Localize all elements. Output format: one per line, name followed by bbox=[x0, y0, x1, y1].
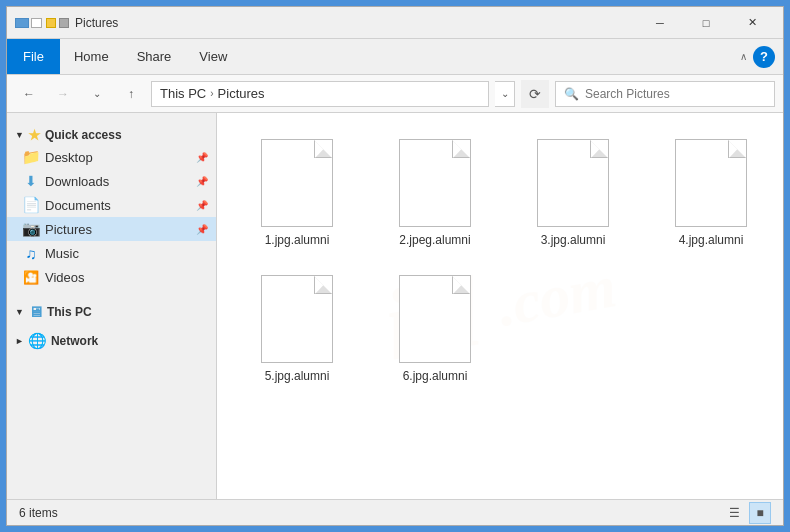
file-label: 6.jpg.alumni bbox=[403, 369, 468, 383]
search-box[interactable]: 🔍 bbox=[555, 81, 775, 107]
file-grid: 1.jpg.alumni 2.jpeg.alumni 3.jpg.alumni bbox=[233, 129, 767, 393]
title-bar-controls: ─ □ ✕ bbox=[637, 7, 775, 39]
close-button[interactable]: ✕ bbox=[729, 7, 775, 39]
path-arrow-1: › bbox=[210, 88, 213, 99]
network-label: Network bbox=[51, 334, 98, 348]
file-body bbox=[399, 139, 471, 227]
list-view-button[interactable]: ☰ bbox=[723, 502, 745, 524]
help-button[interactable]: ? bbox=[753, 46, 775, 68]
quick-access-label: Quick access bbox=[45, 128, 122, 142]
menu-view[interactable]: View bbox=[185, 39, 241, 74]
explorer-window: Pictures ─ □ ✕ File Home Share View ∧ ? … bbox=[6, 6, 784, 526]
file-item[interactable]: 6.jpg.alumni bbox=[371, 265, 499, 393]
sidebar-item-pictures[interactable]: 📷 Pictures 📌 bbox=[7, 217, 216, 241]
file-body bbox=[537, 139, 609, 227]
network-header[interactable]: ► 🌐 Network bbox=[7, 326, 216, 352]
sidebar-item-downloads-label: Downloads bbox=[45, 174, 109, 189]
sidebar-item-pictures-label: Pictures bbox=[45, 222, 92, 237]
path-pictures: Pictures bbox=[218, 86, 265, 101]
chevron-icon: ▼ bbox=[15, 130, 24, 140]
pin-icon-desktop: 📌 bbox=[196, 152, 208, 163]
refresh-button[interactable]: ⟳ bbox=[521, 80, 549, 108]
window-icon-2 bbox=[31, 18, 42, 28]
address-dropdown-button[interactable]: ⌄ bbox=[495, 81, 515, 107]
sidebar-item-documents[interactable]: 📄 Documents 📌 bbox=[7, 193, 216, 217]
file-item[interactable]: 2.jpeg.alumni bbox=[371, 129, 499, 257]
sidebar-item-music[interactable]: ♫ Music bbox=[7, 241, 216, 265]
downloads-icon: ⬇ bbox=[23, 173, 39, 189]
file-item[interactable]: 4.jpg.alumni bbox=[647, 129, 775, 257]
title-bar: Pictures ─ □ ✕ bbox=[7, 7, 783, 39]
sidebar-item-music-label: Music bbox=[45, 246, 79, 261]
file-item[interactable]: 5.jpg.alumni bbox=[233, 265, 361, 393]
videos-icon: 🎦 bbox=[23, 269, 39, 285]
icon-view-button[interactable]: ■ bbox=[749, 502, 771, 524]
sidebar: ▼ ★ Quick access 📁 Desktop 📌 ⬇ Downloads… bbox=[7, 113, 217, 499]
network-icon: 🌐 bbox=[28, 332, 47, 350]
pin-icon-pictures: 📌 bbox=[196, 224, 208, 235]
address-path[interactable]: This PC › Pictures bbox=[151, 81, 489, 107]
address-bar: ← → ⌄ ↑ This PC › Pictures ⌄ ⟳ 🔍 bbox=[7, 75, 783, 113]
title-bar-icon bbox=[15, 18, 69, 28]
menu-bar: File Home Share View ∧ ? bbox=[7, 39, 783, 75]
file-body bbox=[261, 139, 333, 227]
file-fold bbox=[452, 140, 470, 158]
menu-bar-right: ∧ ? bbox=[740, 39, 783, 74]
file-doc-icon bbox=[399, 139, 471, 227]
forward-button[interactable]: → bbox=[49, 80, 77, 108]
menu-home[interactable]: Home bbox=[60, 39, 123, 74]
menu-share[interactable]: Share bbox=[123, 39, 186, 74]
sidebar-item-videos-label: Videos bbox=[45, 270, 85, 285]
pin-icon-downloads: 📌 bbox=[196, 176, 208, 187]
maximize-button[interactable]: □ bbox=[683, 7, 729, 39]
window-title: Pictures bbox=[75, 16, 637, 30]
file-item[interactable]: 1.jpg.alumni bbox=[233, 129, 361, 257]
menu-file[interactable]: File bbox=[7, 39, 60, 74]
minimize-button[interactable]: ─ bbox=[637, 7, 683, 39]
file-doc-icon bbox=[537, 139, 609, 227]
file-doc-icon bbox=[261, 275, 333, 363]
desktop-folder-icon: 📁 bbox=[23, 149, 39, 165]
file-body bbox=[399, 275, 471, 363]
file-doc-icon bbox=[399, 275, 471, 363]
file-item[interactable]: 3.jpg.alumni bbox=[509, 129, 637, 257]
network-chevron-icon: ► bbox=[15, 336, 24, 346]
file-body bbox=[675, 139, 747, 227]
pin-icon-documents: 📌 bbox=[196, 200, 208, 211]
thispc-label: This PC bbox=[47, 305, 92, 319]
file-label: 2.jpeg.alumni bbox=[399, 233, 470, 247]
music-icon: ♫ bbox=[23, 245, 39, 261]
file-fold bbox=[452, 276, 470, 294]
file-fold bbox=[314, 140, 332, 158]
window-icon-4 bbox=[59, 18, 69, 28]
sidebar-item-desktop[interactable]: 📁 Desktop 📌 bbox=[7, 145, 216, 169]
file-body bbox=[261, 275, 333, 363]
star-icon: ★ bbox=[28, 127, 41, 143]
recent-locations-button[interactable]: ⌄ bbox=[83, 80, 111, 108]
file-area: isl .com 1.jpg.alumni 2.jpeg.alumni bbox=[217, 113, 783, 499]
item-count: 6 items bbox=[19, 506, 58, 520]
sidebar-item-documents-label: Documents bbox=[45, 198, 111, 213]
up-button[interactable]: ↑ bbox=[117, 80, 145, 108]
file-label: 5.jpg.alumni bbox=[265, 369, 330, 383]
search-input[interactable] bbox=[585, 87, 766, 101]
documents-icon: 📄 bbox=[23, 197, 39, 213]
view-toggle: ☰ ■ bbox=[723, 502, 771, 524]
file-label: 1.jpg.alumni bbox=[265, 233, 330, 247]
quick-access-header[interactable]: ▼ ★ Quick access bbox=[7, 121, 216, 145]
collapse-ribbon-icon[interactable]: ∧ bbox=[740, 51, 747, 62]
window-icon-1 bbox=[15, 18, 29, 28]
sidebar-item-downloads[interactable]: ⬇ Downloads 📌 bbox=[7, 169, 216, 193]
window-icon-3 bbox=[46, 18, 56, 28]
thispc-header[interactable]: ▼ 🖥 This PC bbox=[7, 297, 216, 322]
file-doc-icon bbox=[675, 139, 747, 227]
search-icon: 🔍 bbox=[564, 87, 579, 101]
sidebar-item-videos[interactable]: 🎦 Videos bbox=[7, 265, 216, 289]
pictures-icon: 📷 bbox=[23, 221, 39, 237]
sidebar-item-desktop-label: Desktop bbox=[45, 150, 93, 165]
status-bar: 6 items ☰ ■ bbox=[7, 499, 783, 525]
back-button[interactable]: ← bbox=[15, 80, 43, 108]
file-doc-icon bbox=[261, 139, 333, 227]
file-label: 3.jpg.alumni bbox=[541, 233, 606, 247]
thispc-icon: 🖥 bbox=[28, 303, 43, 320]
